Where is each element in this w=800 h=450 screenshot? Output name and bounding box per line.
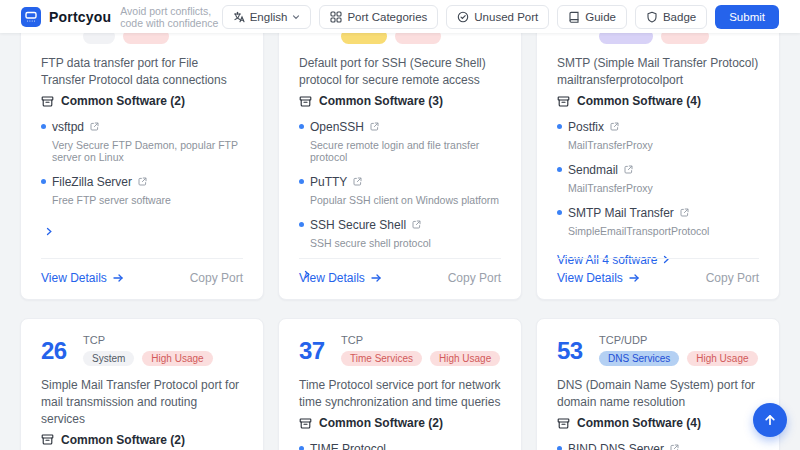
port-protocol: TCP/UDP bbox=[599, 335, 758, 346]
port-badge: Time Services bbox=[341, 351, 422, 366]
software-name[interactable]: SMTP Mail Transfer bbox=[568, 206, 674, 220]
language-label: English bbox=[250, 11, 288, 23]
software-description: Secure remote login and file transfer pr… bbox=[310, 139, 501, 163]
external-link-icon bbox=[610, 122, 619, 131]
package-icon bbox=[299, 417, 312, 430]
package-icon bbox=[41, 433, 54, 446]
external-link-icon bbox=[412, 220, 421, 229]
bullet-icon bbox=[557, 167, 562, 172]
copy-port-button[interactable]: Copy Port bbox=[190, 271, 243, 285]
view-details-label: View Details bbox=[557, 271, 623, 285]
badge-row: SystemHigh Usage bbox=[83, 351, 213, 366]
software-item: FileZilla ServerFree FTP server software bbox=[41, 175, 243, 206]
bullet-icon bbox=[557, 124, 562, 129]
app-logo bbox=[21, 7, 41, 27]
common-software-heading: Common Software (2) bbox=[41, 95, 243, 108]
view-details-link[interactable]: View Details bbox=[299, 271, 382, 285]
card-header: 37 TCP Time ServicesHigh Usage bbox=[299, 333, 501, 366]
port-description: Default port for SSH (Secure Shell) prot… bbox=[299, 55, 501, 89]
scroll-top-button[interactable] bbox=[753, 403, 787, 437]
package-icon bbox=[557, 95, 570, 108]
external-link-icon bbox=[138, 177, 147, 186]
port-protocol: TCP bbox=[83, 335, 213, 346]
port-card: Default port for SSH (Secure Shell) prot… bbox=[278, 0, 522, 300]
software-item: SSH Secure ShellSSH secure shell protoco… bbox=[299, 218, 501, 249]
port-icon bbox=[24, 10, 38, 24]
bullet-icon bbox=[557, 446, 562, 450]
software-description: MailTransferProxy bbox=[568, 139, 759, 151]
common-software-label: Common Software (4) bbox=[577, 94, 701, 108]
software-name[interactable]: SSH Secure Shell bbox=[310, 218, 406, 232]
card-header: 26 TCP SystemHigh Usage bbox=[41, 333, 243, 366]
port-badge: System bbox=[83, 351, 134, 366]
common-software-heading: Common Software (2) bbox=[299, 417, 501, 430]
bullet-icon bbox=[299, 179, 304, 184]
software-list: PostfixMailTransferProxySendmailMailTran… bbox=[557, 120, 759, 237]
software-description: Very Secure FTP Daemon, popular FTP serv… bbox=[52, 139, 243, 163]
copy-port-button[interactable]: Copy Port bbox=[448, 271, 501, 285]
arrow-up-icon bbox=[763, 413, 777, 427]
port-card-grid: FTP data transfer port for File Transfer… bbox=[20, 0, 780, 450]
software-list: BIND DNS Server bbox=[557, 442, 759, 450]
unused-port-label: Unused Port bbox=[474, 11, 538, 23]
bullet-icon bbox=[299, 222, 304, 227]
port-categories-label: Port Categories bbox=[347, 11, 427, 23]
language-selector[interactable]: English bbox=[222, 5, 312, 29]
common-software-label: Common Software (2) bbox=[61, 94, 185, 108]
book-icon bbox=[568, 11, 580, 23]
badge-button[interactable]: Badge bbox=[635, 5, 707, 29]
view-details-link[interactable]: View Details bbox=[557, 271, 640, 285]
software-name[interactable]: Postfix bbox=[568, 120, 604, 134]
common-software-label: Common Software (2) bbox=[319, 416, 443, 430]
submit-button[interactable]: Submit bbox=[715, 5, 779, 29]
bullet-icon bbox=[41, 179, 46, 184]
common-software-heading: Common Software (4) bbox=[557, 417, 759, 430]
circle-check-icon bbox=[457, 11, 469, 23]
port-number: 53 bbox=[557, 339, 587, 363]
software-name[interactable]: FileZilla Server bbox=[52, 175, 132, 189]
software-item: PostfixMailTransferProxy bbox=[557, 120, 759, 151]
software-name[interactable]: PuTTY bbox=[310, 175, 347, 189]
software-item: BIND DNS Server bbox=[557, 442, 759, 450]
software-name[interactable]: vsftpd bbox=[52, 120, 84, 134]
header-nav: English Port Categories Unused Port Guid… bbox=[222, 5, 779, 29]
common-software-label: Common Software (3) bbox=[319, 94, 443, 108]
badge-row: Time ServicesHigh Usage bbox=[341, 351, 500, 366]
port-description: Simple Mail Transfer Protocol port for m… bbox=[41, 377, 243, 427]
card-footer: View Details Copy Port bbox=[557, 258, 759, 299]
software-list: OpenSSHSecure remote login and file tran… bbox=[299, 120, 501, 249]
common-software-heading: Common Software (3) bbox=[299, 95, 501, 108]
view-details-label: View Details bbox=[41, 271, 107, 285]
guide-button[interactable]: Guide bbox=[557, 5, 627, 29]
software-list: vsftpdVery Secure FTP Daemon, popular FT… bbox=[41, 120, 243, 206]
port-description: SMTP (Simple Mail Transfer Protocol) mai… bbox=[557, 55, 759, 89]
port-card: 37 TCP Time ServicesHigh Usage Time Prot… bbox=[278, 318, 522, 450]
bullet-icon bbox=[299, 446, 304, 450]
copy-port-button[interactable]: Copy Port bbox=[706, 271, 759, 285]
card-footer: View Details Copy Port bbox=[299, 258, 501, 299]
port-number: 26 bbox=[41, 339, 71, 363]
software-description: Popular SSH client on Windows platform bbox=[310, 194, 501, 206]
port-badge: High Usage bbox=[142, 351, 212, 366]
view-details-link[interactable]: View Details bbox=[41, 271, 124, 285]
chevron-right-icon bbox=[45, 227, 53, 236]
port-card: SMTP (Simple Mail Transfer Protocol) mai… bbox=[536, 0, 780, 300]
software-name[interactable]: OpenSSH bbox=[310, 120, 364, 134]
port-categories-button[interactable]: Port Categories bbox=[319, 5, 438, 29]
unused-port-button[interactable]: Unused Port bbox=[446, 5, 549, 29]
software-item: SendmailMailTransferProxy bbox=[557, 163, 759, 194]
grid-icon bbox=[330, 11, 342, 23]
port-badge: High Usage bbox=[430, 351, 500, 366]
software-description: Free FTP server software bbox=[52, 194, 243, 206]
bullet-icon bbox=[41, 124, 46, 129]
external-link-icon bbox=[90, 122, 99, 131]
package-icon bbox=[41, 95, 54, 108]
software-item: vsftpdVery Secure FTP Daemon, popular FT… bbox=[41, 120, 243, 163]
port-badge: DNS Services bbox=[599, 351, 679, 366]
external-link-icon bbox=[680, 208, 689, 217]
software-name[interactable]: BIND DNS Server bbox=[568, 442, 664, 450]
software-name[interactable]: TIME Protocol bbox=[310, 442, 386, 450]
software-name[interactable]: Sendmail bbox=[568, 163, 618, 177]
view-all-link[interactable] bbox=[41, 227, 53, 236]
chevron-down-icon bbox=[292, 13, 300, 21]
